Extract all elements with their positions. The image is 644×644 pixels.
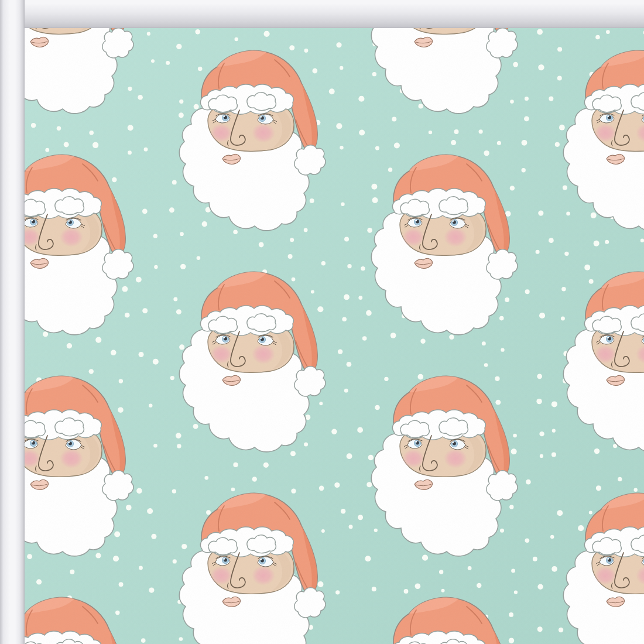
photo-backdrop [0,0,644,644]
backdrop-left-edge [0,0,25,644]
backdrop-top-edge [0,0,644,28]
wrapping-paper-sheet [25,28,644,644]
santa-snow-pattern [25,28,644,644]
paper-grain-texture [25,28,644,644]
